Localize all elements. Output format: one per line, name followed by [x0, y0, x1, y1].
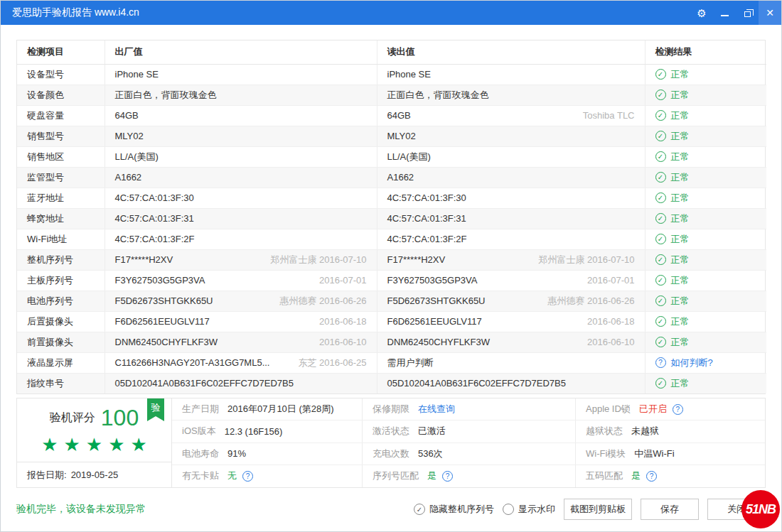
result-status: 正常 — [671, 254, 690, 266]
factory-note: 惠州德赛 2016-06-26 — [272, 295, 366, 308]
item-label: 蓝牙地址 — [27, 192, 64, 203]
factory-cell: F6D62561EEUGLV1172016-06-18 — [105, 311, 377, 332]
check-circle-icon: ✓ — [655, 110, 666, 121]
titlebar: 爱思助手验机报告 www.i4.cn ⚙ ✕ — [1, 1, 781, 25]
settings-button[interactable]: ⚙ — [690, 1, 713, 25]
summary-cell: 有无卡贴无? — [172, 465, 363, 487]
result-cell: ✓正常 — [645, 85, 766, 105]
factory-cell: F17*****H2XV郑州富士康 2016-07-10 — [105, 249, 377, 270]
column-header-read: 读出值 — [377, 40, 645, 64]
summary-cell: Apple ID锁已开启? — [576, 398, 765, 420]
factory-value: LL/A(美国) — [115, 151, 159, 163]
read-cell: iPhone SE — [377, 64, 645, 85]
score-area: 验 验机评分 100 ★★★★★ — [17, 398, 171, 462]
factory-value: 05D102041A0B631F6C02EFFC7D7ED7B5 — [115, 378, 294, 389]
factory-value: F3Y627503G5GP3VA — [115, 275, 205, 286]
restore-icon — [744, 11, 751, 17]
result-status: 正常 — [671, 109, 690, 122]
help-icon[interactable]: ? — [673, 404, 683, 415]
factory-value: 正面白色，背面玫瑰金色 — [115, 89, 217, 102]
report-table: 检测项目 出厂值 读出值 检测结果 设备型号iPhone SEiPhone SE… — [16, 40, 766, 394]
result-cell: ✓正常 — [645, 373, 766, 393]
summary-cell: Wi-Fi模块中温Wi-Fi — [576, 443, 765, 465]
factory-value: F17*****H2XV — [115, 254, 173, 265]
star-icon: ★ — [86, 434, 108, 455]
result-cell: ✓正常 — [645, 311, 766, 332]
table-row: 电池序列号F5D62673SHTGKK65U惠州德赛 2016-06-26F5D… — [17, 291, 766, 311]
table-row: 销售型号MLY02MLY02✓正常 — [17, 126, 766, 146]
online-query-link[interactable]: 在线查询 — [418, 403, 455, 416]
summary-label: iOS版本 — [182, 425, 216, 438]
factory-value: 4C:57:CA:01:3F:31 — [115, 213, 194, 224]
read-value: 正面白色，背面玫瑰金色 — [387, 89, 489, 102]
table-row: 设备颜色正面白色，背面玫瑰金色正面白色，背面玫瑰金色✓正常 — [17, 85, 766, 105]
factory-cell: 正面白色，背面玫瑰金色 — [105, 85, 377, 105]
column-header-result: 检测结果 — [645, 40, 766, 64]
radio-hide-serial[interactable]: ✓ 隐藏整机序列号 — [414, 503, 494, 516]
summary-cell: 电池寿命91% — [172, 443, 363, 465]
read-value: 4C:57:CA:01:3F:31 — [387, 213, 466, 224]
result-status: 正常 — [671, 212, 690, 225]
summary-value: 12.3 (16F156) — [225, 426, 283, 437]
result-status: 正常 — [671, 233, 690, 246]
result-cell: ✓正常 — [645, 188, 766, 208]
factory-note: 东芝 2016-06-25 — [291, 357, 366, 369]
factory-cell: 4C:57:CA:01:3F:30 — [105, 188, 377, 208]
read-value: A1662 — [387, 172, 414, 183]
summary-value: 是 — [631, 469, 641, 482]
screenshot-button[interactable]: 截图到剪贴板 — [564, 499, 632, 520]
minimize-button[interactable] — [713, 1, 736, 25]
summary-cell: 充电次数536次 — [363, 443, 576, 465]
how-to-judge-link[interactable]: 如何判断? — [671, 357, 713, 369]
save-button[interactable]: 保存 — [641, 499, 699, 520]
read-value: F3Y627503G5GP3VA — [387, 275, 478, 286]
check-circle-icon: ✓ — [655, 337, 666, 347]
score-panel: 验 验机评分 100 ★★★★★ 报告日期: 2019-05-25 — [17, 398, 172, 487]
window-controls: ⚙ ✕ — [690, 1, 781, 25]
item-label: Wi-Fi地址 — [27, 234, 67, 244]
summary-cell: 序列号匹配是? — [363, 465, 576, 487]
item-label: 设备型号 — [27, 69, 64, 80]
item-cell: 硬盘容量 — [17, 105, 105, 126]
column-header-item: 检测项目 — [17, 40, 105, 64]
factory-value: 64GB — [115, 110, 139, 121]
check-circle-icon: ✓ — [655, 378, 666, 389]
read-note: 2016-06-18 — [580, 316, 635, 327]
table-row: 蜂窝地址4C:57:CA:01:3F:314C:57:CA:01:3F:31✓正… — [17, 208, 766, 229]
item-cell: 指纹串号 — [17, 373, 105, 393]
table-row: 监管型号A1662A1662✓正常 — [17, 167, 766, 188]
check-circle-icon: ✓ — [655, 295, 666, 306]
read-value: F5D62673SHTGKK65U — [387, 295, 486, 306]
summary-cell: 生产日期2016年07月10日 (第28周) — [172, 398, 363, 420]
result-cell: ✓正常 — [645, 249, 766, 270]
read-cell: 4C:57:CA:01:3F:31 — [377, 208, 645, 229]
radio-show-watermark[interactable]: 显示水印 — [503, 503, 555, 516]
result-status: 正常 — [671, 377, 690, 390]
column-header-factory: 出厂值 — [105, 40, 377, 64]
maximize-button[interactable] — [736, 1, 759, 25]
summary-label: 越狱状态 — [586, 425, 623, 438]
table-row: Wi-Fi地址4C:57:CA:01:3F:2F4C:57:CA:01:3F:2… — [17, 229, 766, 249]
result-status: 正常 — [671, 130, 690, 143]
item-label: 电池序列号 — [27, 295, 73, 306]
close-button[interactable]: ✕ — [759, 1, 781, 25]
check-circle-icon: ✓ — [655, 234, 666, 244]
table-row: 后置摄像头F6D62561EEUGLV1172016-06-18F6D62561… — [17, 311, 766, 332]
summary-value: 536次 — [418, 447, 443, 460]
factory-note: 2016-07-01 — [312, 275, 367, 286]
factory-cell: A1662 — [105, 167, 377, 188]
read-value: 4C:57:CA:01:3F:2F — [387, 234, 467, 244]
help-icon[interactable]: ? — [242, 471, 253, 482]
read-note: Toshiba TLC — [576, 110, 635, 121]
result-cell: ✓正常 — [645, 229, 766, 249]
help-icon[interactable]: ? — [646, 471, 657, 482]
factory-value: F6D62561EEUGLV117 — [115, 316, 210, 327]
star-icon: ★ — [130, 434, 152, 455]
summary-value: 无 — [227, 469, 237, 482]
table-row: 整机序列号F17*****H2XV郑州富士康 2016-07-10F17****… — [17, 249, 766, 270]
factory-value: iPhone SE — [115, 69, 159, 80]
help-icon[interactable]: ? — [442, 471, 453, 482]
question-circle-icon[interactable]: ? — [655, 357, 666, 368]
result-status: 正常 — [671, 192, 690, 205]
read-value: 64GB — [387, 110, 411, 121]
